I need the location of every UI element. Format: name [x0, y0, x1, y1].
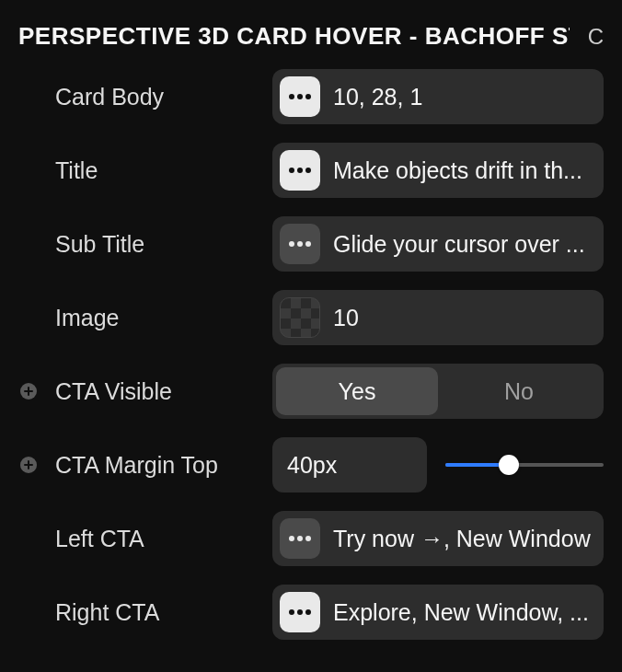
more-icon[interactable] [280, 150, 320, 191]
prop-row-title: Title Make objects drift in th... [18, 143, 604, 198]
cta-margin-top-value[interactable]: 40px [272, 437, 427, 492]
panel-title-extra: C [588, 24, 604, 50]
more-icon[interactable] [280, 592, 320, 632]
prop-row-image: Image 10 [18, 290, 604, 345]
prop-row-card-body: Card Body 10, 28, 1 [18, 69, 604, 124]
prop-label-title: Title [55, 157, 98, 184]
right-cta-value: Explore, New Window, ... [333, 599, 591, 626]
sub-title-field[interactable]: Glide your cursor over ... [272, 216, 604, 272]
card-body-field[interactable]: 10, 28, 1 [272, 69, 604, 124]
image-field[interactable]: 10 [272, 290, 604, 345]
add-override-icon[interactable] [18, 381, 39, 401]
left-cta-value: Try now →, New Window [333, 526, 591, 552]
title-value: Make objects drift in th... [333, 157, 591, 184]
prop-label-left-cta: Left CTA [55, 526, 144, 552]
add-override-icon[interactable] [18, 455, 39, 475]
cta-visible-no[interactable]: No [438, 367, 600, 415]
prop-label-cta-visible: CTA Visible [55, 378, 172, 405]
card-body-value: 10, 28, 1 [333, 84, 591, 110]
right-cta-field[interactable]: Explore, New Window, ... [272, 585, 604, 640]
prop-label-card-body: Card Body [55, 84, 164, 110]
prop-label-image: Image [55, 305, 119, 331]
panel-title: PERSPECTIVE 3D CARD HOVER - BACHOFF STUD… [18, 22, 570, 51]
panel-header: PERSPECTIVE 3D CARD HOVER - BACHOFF STUD… [0, 0, 622, 69]
cta-margin-top-slider[interactable] [445, 451, 604, 479]
prop-row-cta-margin-top: CTA Margin Top 40px [18, 437, 604, 492]
left-cta-field[interactable]: Try now →, New Window [272, 511, 604, 566]
svg-rect-5 [28, 460, 29, 469]
prop-row-right-cta: Right CTA Explore, New Window, ... [18, 585, 604, 640]
sub-title-value: Glide your cursor over ... [333, 231, 591, 258]
prop-row-left-cta: Left CTA Try now →, New Window [18, 511, 604, 566]
prop-label-cta-margin-top: CTA Margin Top [55, 452, 218, 479]
prop-label-sub-title: Sub Title [55, 231, 144, 258]
cta-visible-toggle[interactable]: Yes No [272, 364, 604, 419]
image-swatch-icon[interactable] [280, 297, 320, 338]
title-field[interactable]: Make objects drift in th... [272, 143, 604, 198]
more-icon[interactable] [280, 76, 320, 117]
prop-label-right-cta: Right CTA [55, 599, 159, 626]
prop-row-sub-title: Sub Title Glide your cursor over ... [18, 216, 604, 272]
more-icon[interactable] [280, 224, 320, 264]
svg-rect-2 [28, 387, 29, 396]
properties-panel: Card Body 10, 28, 1 Title Make objects d… [0, 69, 622, 658]
prop-row-cta-visible: CTA Visible Yes No [18, 364, 604, 419]
cta-visible-yes[interactable]: Yes [276, 367, 438, 415]
image-value: 10 [333, 305, 591, 331]
more-icon[interactable] [280, 518, 320, 559]
